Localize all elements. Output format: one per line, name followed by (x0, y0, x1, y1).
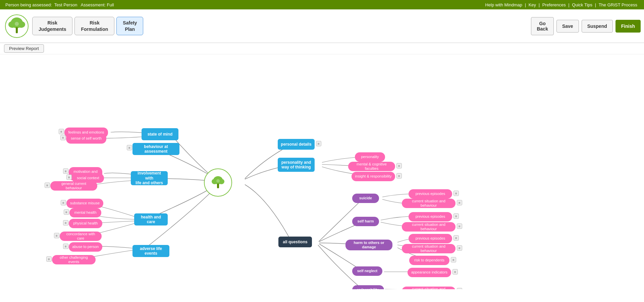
person-name: Test Person (54, 2, 77, 7)
node-personality-way-thinking[interactable]: personality andway of thinking (278, 158, 315, 172)
node-concordance-care[interactable]: concordance with care (60, 232, 102, 241)
node-risk-dependents[interactable]: risk to dependents (409, 256, 449, 265)
subnav: Preview Report (0, 43, 644, 54)
help-mindmap-link[interactable]: Help with Mindmap (485, 2, 522, 7)
go-back-button[interactable]: GoBack (531, 17, 553, 35)
svg-point-10 (216, 179, 220, 183)
node-behaviour-assessment[interactable]: behaviour at assessment (132, 143, 179, 155)
expand-personal-details[interactable]: ≡ (316, 141, 321, 146)
top-bar: Person being assessed: Test Person Asses… (0, 0, 644, 9)
node-personality[interactable]: personality (355, 152, 385, 162)
node-involvement[interactable]: involvement withlife and others (131, 171, 168, 185)
expand-feelings-emotions[interactable]: ≡ (59, 129, 64, 134)
suspend-button[interactable]: Suspend (582, 20, 613, 33)
expand-physical-health[interactable]: ≡ (63, 220, 68, 225)
node-state-of-mind[interactable]: state of mind (142, 128, 178, 140)
expand-selfharm-prev[interactable]: ≡ (453, 213, 459, 219)
logo (3, 13, 30, 40)
finish-button[interactable]: Finish (615, 20, 641, 33)
expand-mental-cognitive[interactable]: ≡ (396, 163, 402, 168)
expand-social-context[interactable]: ≡ (66, 174, 72, 180)
node-suicide-current[interactable]: current situation and behaviour (402, 199, 455, 208)
expand-selfharm-current[interactable]: ≡ (457, 223, 462, 229)
expand-sense-self-worth[interactable]: ≡ (60, 135, 66, 140)
center-node[interactable] (204, 168, 232, 197)
person-being-assessed-label: Person being assessed: (5, 2, 52, 7)
save-button[interactable]: Save (556, 20, 579, 33)
node-harm-others-prev[interactable]: previous episodes (409, 234, 452, 243)
node-appearance-indicators[interactable]: appearance indicators (408, 268, 451, 277)
expand-concordance[interactable]: ≡ (54, 233, 59, 238)
node-personal-details[interactable]: personal details (278, 139, 315, 150)
assessment-type-label: Assessment: Full (81, 2, 114, 7)
svg-point-5 (15, 22, 19, 26)
node-vuln-current[interactable]: current situation and behaviour (402, 287, 455, 289)
node-self-harm[interactable]: self harm (352, 217, 379, 226)
tab-risk-formulation[interactable]: RiskFormulation (74, 17, 114, 35)
expand-risk-dependents[interactable]: ≡ (451, 257, 456, 262)
node-vulnerability[interactable]: vulnerability (352, 285, 384, 289)
node-all-questions[interactable]: all questions (278, 237, 312, 247)
expand-abuse-person[interactable]: ≡ (63, 244, 68, 249)
key-link[interactable]: Key (529, 2, 536, 7)
expand-harm-prev[interactable]: ≡ (453, 235, 459, 241)
node-general-current-behaviour[interactable]: general current behaviour (50, 181, 97, 191)
nav-right-buttons: GoBack Save Suspend Finish (531, 17, 641, 35)
node-insight-responsibility[interactable]: insight & responsibility (352, 172, 395, 181)
expand-suicide-prev[interactable]: ≡ (453, 191, 459, 196)
node-harm-others[interactable]: harm to others or damage (345, 240, 392, 250)
expand-suicide-current[interactable]: ≡ (457, 200, 462, 205)
expand-harm-current[interactable]: ≡ (457, 245, 462, 251)
node-abuse-person[interactable]: abuse to person (69, 242, 102, 252)
svg-rect-4 (16, 27, 18, 33)
expand-appearance[interactable]: ≡ (452, 269, 458, 274)
expand-other-challenging[interactable]: ≡ (46, 256, 52, 262)
topbar-left: Person being assessed: Test Person Asses… (5, 2, 114, 7)
preview-report-button[interactable]: Preview Report (4, 44, 44, 53)
node-selfharm-current[interactable]: current situation and behaviour (402, 222, 455, 232)
node-suicide[interactable]: suicide (352, 194, 379, 203)
tab-risk-judgements[interactable]: RiskJudgements (32, 17, 72, 35)
node-other-challenging-events[interactable]: other challenging events (52, 255, 96, 264)
expand-behaviour-assessment[interactable]: ≡ (127, 145, 132, 150)
mindmap-area: state of mind feelings and emotions ≡ se… (0, 54, 644, 289)
expand-motivation[interactable]: ≡ (63, 168, 68, 174)
expand-general-behaviour[interactable]: ≡ (45, 183, 50, 188)
expand-vuln-current[interactable]: ≡ (457, 288, 462, 289)
node-harm-others-current[interactable]: current situation and behaviour (402, 244, 455, 253)
expand-substance-misuse[interactable]: ≡ (61, 200, 66, 205)
node-mental-cognitive[interactable]: mental & cognitive faculties (348, 162, 395, 171)
node-mental-health[interactable]: mental health (69, 208, 101, 217)
node-selfharm-prev-episodes[interactable]: previous episodes (409, 212, 452, 221)
navbar: RiskJudgements RiskFormulation SafetyPla… (0, 9, 644, 43)
tab-safety-plan[interactable]: SafetyPlan (116, 17, 143, 35)
expand-mental-health[interactable]: ≡ (64, 209, 69, 215)
topbar-right: Help with Mindmap | Key | Preferences | … (484, 2, 639, 7)
preferences-link[interactable]: Preferences (542, 2, 566, 7)
node-suicide-prev-episodes[interactable]: previous episodes (409, 189, 452, 199)
expand-insight[interactable]: ≡ (396, 173, 402, 179)
grist-process-link[interactable]: The GRiST Process (599, 2, 637, 7)
node-physical-health[interactable]: physical health (69, 219, 102, 228)
svg-rect-9 (217, 184, 219, 188)
node-self-neglect[interactable]: self neglect (352, 266, 382, 276)
node-sense-self-worth[interactable]: sense of self worth (66, 134, 106, 144)
node-health-care[interactable]: health and care (134, 213, 168, 225)
node-adverse-life-events[interactable]: adverse life events (132, 245, 169, 257)
node-substance-misuse[interactable]: substance misuse (66, 199, 103, 208)
quick-tips-link[interactable]: Quick Tips (572, 2, 592, 7)
